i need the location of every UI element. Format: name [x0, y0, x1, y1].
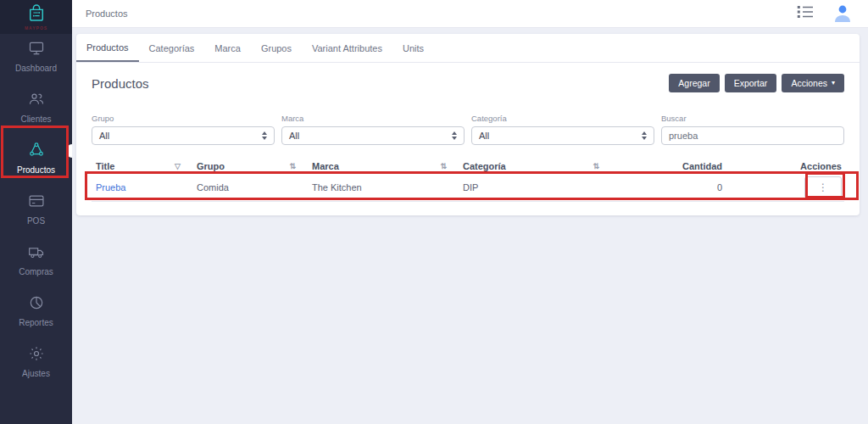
filter-label: Categoría: [471, 114, 654, 123]
tab-grupos[interactable]: Grupos: [251, 34, 302, 62]
table-header: Title ▽ Grupo ⇅ Marca ⇅ Categoría ⇅ Cant…: [92, 159, 844, 174]
col-header-grupo[interactable]: Grupo ⇅: [189, 161, 304, 171]
task-list-icon[interactable]: [797, 5, 814, 22]
sidebar-item-label: Dashboard: [15, 64, 57, 73]
shopping-bag-logo-icon: [27, 4, 46, 25]
sidebar-item-dashboard[interactable]: Dashboard: [0, 31, 72, 81]
col-header-title[interactable]: Title ▽: [92, 161, 189, 171]
sidebar-item-compras[interactable]: Compras: [0, 234, 72, 285]
cell-cantidad: 0: [608, 182, 722, 192]
tab-marca[interactable]: Marca: [204, 34, 251, 62]
sidebar-item-label: Compras: [19, 267, 53, 276]
sidebar-item-reportes[interactable]: Reportes: [0, 285, 72, 336]
credit-card-icon: [28, 192, 45, 213]
filter-label: Marca: [281, 114, 465, 123]
page-title: Productos: [92, 76, 149, 91]
col-header-categoria[interactable]: Categoría ⇅: [455, 161, 608, 171]
marca-select[interactable]: All: [281, 126, 465, 145]
user-avatar-icon[interactable]: [832, 3, 853, 24]
sort-both-icon[interactable]: ⇅: [289, 162, 296, 170]
sidebar-nav: Dashboard Clientes Productos: [0, 31, 72, 387]
kebab-icon: ⋮: [818, 181, 828, 193]
tab-productos[interactable]: Productos: [76, 34, 139, 62]
sort-desc-icon[interactable]: ▽: [175, 162, 181, 170]
gear-icon: [28, 345, 45, 365]
page-header: Productos Agregar Exportar Acciones ▾: [92, 73, 844, 93]
sidebar-item-pos[interactable]: POS: [0, 183, 72, 234]
users-icon: [28, 91, 45, 111]
tab-units[interactable]: Units: [392, 34, 434, 62]
truck-icon: [28, 243, 45, 264]
col-header-acciones: Acciones: [722, 161, 844, 171]
acciones-dropdown-button[interactable]: Acciones ▾: [782, 74, 844, 92]
col-header-marca[interactable]: Marca ⇅: [304, 161, 455, 171]
sort-both-icon[interactable]: ⇅: [440, 162, 447, 170]
select-arrows-icon: [262, 131, 267, 140]
filter-grupo: Grupo All: [92, 114, 275, 145]
sidebar: MAYPOS Dashboard Clientes: [0, 0, 72, 424]
action-buttons: Agregar Exportar Acciones ▾: [669, 74, 844, 92]
filter-marca: Marca All: [281, 114, 465, 145]
product-link[interactable]: Prueba: [96, 182, 125, 192]
sidebar-item-label: POS: [27, 216, 45, 226]
filter-categoria: Categoría All: [471, 114, 654, 145]
products-table: Title ▽ Grupo ⇅ Marca ⇅ Categoría ⇅ Cant…: [92, 159, 844, 202]
sidebar-item-ajustes[interactable]: Ajustes: [0, 336, 72, 387]
active-item-notch: [66, 144, 72, 158]
tab-bar: Productos Categorías Marca Grupos Varian…: [76, 34, 860, 63]
logo-text: MAYPOS: [25, 25, 47, 31]
row-actions-kebab-button[interactable]: ⋮: [804, 176, 842, 198]
cell-grupo: Comida: [189, 182, 304, 192]
app-logo[interactable]: MAYPOS: [0, 0, 72, 34]
buscar-input[interactable]: [669, 131, 837, 141]
col-header-cantidad: Cantidad: [608, 161, 722, 171]
sidebar-item-label: Ajustes: [22, 369, 50, 378]
pie-chart-icon: [28, 294, 45, 315]
sidebar-item-productos[interactable]: Productos: [0, 132, 72, 183]
sidebar-item-label: Clientes: [20, 114, 51, 124]
monitor-icon: [28, 40, 45, 60]
categoria-select[interactable]: All: [471, 126, 654, 145]
tab-variant-attributes[interactable]: Variant Attributes: [302, 34, 392, 62]
buscar-field-wrap: [661, 126, 844, 145]
filter-label: Buscar: [661, 114, 844, 123]
select-arrows-icon: [452, 131, 457, 140]
select-arrows-icon: [642, 131, 647, 140]
sidebar-item-clientes[interactable]: Clientes: [0, 81, 72, 132]
products-card: Productos Categorías Marca Grupos Varian…: [76, 34, 860, 215]
card-body: Productos Agregar Exportar Acciones ▾ Gr…: [76, 63, 860, 202]
caret-down-icon: ▾: [832, 80, 835, 86]
exportar-button[interactable]: Exportar: [725, 74, 777, 92]
cell-title: Prueba: [92, 182, 189, 192]
sort-both-icon[interactable]: ⇅: [593, 162, 599, 170]
products-icon: [28, 142, 45, 162]
tab-categorias[interactable]: Categorías: [139, 34, 205, 62]
sidebar-item-label: Reportes: [19, 318, 53, 327]
cell-acciones: ⋮: [722, 176, 844, 198]
cell-marca: The Kitchen: [304, 182, 455, 192]
table-row: Prueba Comida The Kitchen DIP 0 ⋮: [92, 174, 844, 202]
filter-label: Grupo: [92, 114, 275, 123]
cell-categoria: DIP: [455, 182, 608, 192]
topbar-right: [797, 3, 868, 24]
filter-buscar: Buscar: [661, 114, 844, 145]
breadcrumb: Productos: [72, 8, 128, 19]
filter-row: Grupo All Marca All Categoría All: [92, 114, 844, 145]
topbar: Productos: [72, 0, 868, 28]
agregar-button[interactable]: Agregar: [669, 74, 719, 92]
sidebar-item-label: Productos: [17, 165, 55, 175]
grupo-select[interactable]: All: [92, 126, 275, 145]
